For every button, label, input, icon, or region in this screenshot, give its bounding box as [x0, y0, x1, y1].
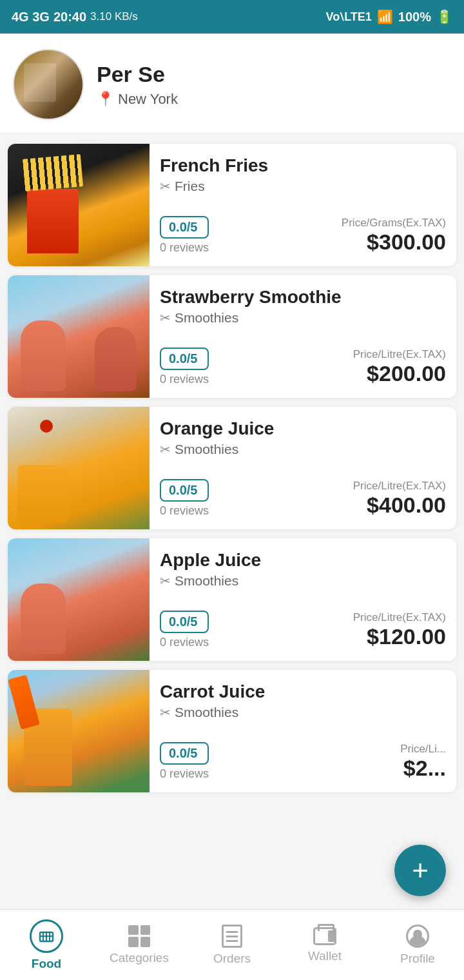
reviews-count-3: 0 reviews — [160, 504, 209, 518]
nav-item-wallet[interactable]: Wallet — [278, 922, 371, 968]
menu-item-category-5: ✂ Smoothies — [160, 705, 446, 720]
food-nav-label: Food — [32, 957, 61, 971]
status-left: 4G 3G 20:40 3.10 KB/s — [12, 10, 138, 24]
rating-badge-4: 0.0/5 — [160, 611, 209, 633]
menu-item-bottom-1: 0.0/5 0 reviews Price/Grams(Ex.TAX) $300… — [160, 216, 446, 255]
restaurant-info: Per Se 📍 New York — [97, 62, 178, 108]
menu-card-2[interactable]: Strawberry Smoothie ✂ Smoothies 0.0/5 0 … — [8, 275, 456, 398]
menu-item-image-5 — [8, 670, 150, 792]
price-value-1: $300.00 — [342, 230, 446, 255]
reviews-count-4: 0 reviews — [160, 636, 209, 649]
bottom-nav: Food Categories Orders Wallet Profile — [0, 909, 464, 980]
price-section-5: Price/Li... $2... — [400, 743, 446, 781]
reviews-count-2: 0 reviews — [160, 373, 209, 386]
status-time: 20:40 — [53, 10, 86, 24]
restaurant-avatar — [13, 49, 84, 120]
menu-item-image-4 — [8, 538, 150, 661]
menu-item-category-2: ✂ Smoothies — [160, 310, 446, 326]
battery-icon: 🔋 — [436, 9, 452, 24]
menu-item-details-3: Orange Juice ✂ Smoothies 0.0/5 0 reviews… — [150, 407, 456, 529]
menu-item-image-1 — [8, 144, 150, 266]
tag-icon-2: ✂ — [160, 310, 171, 326]
menu-card-4[interactable]: Apple Juice ✂ Smoothies 0.0/5 0 reviews … — [8, 538, 456, 661]
rating-section-2: 0.0/5 0 reviews — [160, 348, 209, 386]
price-section-3: Price/Litre(Ex.TAX) $400.00 — [353, 480, 446, 518]
price-label-1: Price/Grams(Ex.TAX) — [342, 217, 446, 230]
plus-icon: + — [412, 856, 429, 885]
restaurant-name: Per Se — [97, 62, 178, 87]
profile-icon — [406, 925, 429, 948]
categories-nav-label: Categories — [110, 951, 169, 965]
menu-list: French Fries ✂ Fries 0.0/5 0 reviews Pri… — [0, 133, 464, 803]
network-type: 4G 3G — [12, 10, 50, 24]
rating-section-1: 0.0/5 0 reviews — [160, 216, 209, 255]
orders-nav-label: Orders — [213, 952, 251, 966]
nav-item-orders[interactable]: Orders — [186, 919, 278, 971]
price-section-2: Price/Litre(Ex.TAX) $200.00 — [353, 348, 446, 386]
food-icon-circle — [30, 919, 63, 953]
menu-item-name-5: Carrot Juice — [160, 681, 446, 702]
rating-badge-2: 0.0/5 — [160, 348, 209, 370]
menu-item-bottom-4: 0.0/5 0 reviews Price/Litre(Ex.TAX) $120… — [160, 611, 446, 649]
restaurant-location: 📍 New York — [97, 91, 178, 108]
rating-badge-3: 0.0/5 — [160, 479, 209, 502]
rating-section-5: 0.0/5 0 reviews — [160, 742, 209, 781]
price-value-2: $200.00 — [353, 361, 446, 386]
rating-badge-1: 0.0/5 — [160, 216, 209, 239]
tag-icon-3: ✂ — [160, 442, 171, 457]
restaurant-header: Per Se 📍 New York — [0, 34, 464, 133]
reviews-count-5: 0 reviews — [160, 767, 209, 781]
price-value-4: $120.00 — [353, 624, 446, 649]
location-text: New York — [118, 91, 178, 108]
menu-item-image-3 — [8, 407, 150, 529]
status-bar: 4G 3G 20:40 3.10 KB/s Vo⧵LTE1 📶 100% 🔋 — [0, 0, 464, 34]
tag-icon-5: ✂ — [160, 705, 171, 720]
rating-badge-5: 0.0/5 — [160, 742, 209, 765]
wallet-icon — [313, 927, 336, 945]
price-label-3: Price/Litre(Ex.TAX) — [353, 480, 446, 493]
orders-icon — [222, 925, 242, 948]
nav-item-profile[interactable]: Profile — [371, 919, 464, 971]
food-icon — [37, 927, 55, 945]
menu-item-details-4: Apple Juice ✂ Smoothies 0.0/5 0 reviews … — [150, 538, 456, 661]
category-text-2: Smoothies — [175, 310, 238, 326]
menu-item-name-4: Apple Juice — [160, 550, 446, 571]
tag-icon-1: ✂ — [160, 179, 171, 194]
rating-section-3: 0.0/5 0 reviews — [160, 479, 209, 518]
category-text-5: Smoothies — [175, 705, 238, 720]
menu-card-1[interactable]: French Fries ✂ Fries 0.0/5 0 reviews Pri… — [8, 144, 456, 266]
price-value-5: $2... — [400, 756, 446, 781]
menu-card-5[interactable]: Carrot Juice ✂ Smoothies 0.0/5 0 reviews… — [8, 670, 456, 792]
price-label-2: Price/Litre(Ex.TAX) — [353, 348, 446, 361]
nav-item-categories[interactable]: Categories — [93, 920, 186, 970]
price-section-4: Price/Litre(Ex.TAX) $120.00 — [353, 611, 446, 649]
categories-icon — [128, 925, 150, 947]
avatar-image — [14, 50, 82, 119]
profile-nav-label: Profile — [400, 952, 435, 966]
menu-item-details-2: Strawberry Smoothie ✂ Smoothies 0.0/5 0 … — [150, 275, 456, 398]
menu-item-details-5: Carrot Juice ✂ Smoothies 0.0/5 0 reviews… — [150, 670, 456, 792]
menu-item-name-2: Strawberry Smoothie — [160, 287, 446, 308]
category-text-3: Smoothies — [175, 442, 238, 457]
reviews-count-1: 0 reviews — [160, 241, 209, 255]
status-right: Vo⧵LTE1 📶 100% 🔋 — [326, 9, 453, 24]
price-label-4: Price/Litre(Ex.TAX) — [353, 611, 446, 624]
menu-item-name-1: French Fries — [160, 155, 446, 176]
network-lte: Vo⧵LTE1 — [326, 10, 372, 24]
menu-card-3[interactable]: Orange Juice ✂ Smoothies 0.0/5 0 reviews… — [8, 407, 456, 529]
price-label-5: Price/Li... — [400, 743, 446, 756]
category-text-1: Fries — [175, 179, 205, 194]
wallet-nav-label: Wallet — [308, 949, 342, 963]
data-speed: 3.10 KB/s — [90, 10, 138, 23]
menu-item-name-3: Orange Juice — [160, 418, 446, 439]
menu-item-category-3: ✂ Smoothies — [160, 442, 446, 457]
battery-text: 100% — [398, 10, 431, 24]
rating-section-4: 0.0/5 0 reviews — [160, 611, 209, 649]
price-value-3: $400.00 — [353, 493, 446, 518]
add-to-cart-fab[interactable]: + — [394, 845, 446, 896]
menu-item-bottom-5: 0.0/5 0 reviews Price/Li... $2... — [160, 742, 446, 781]
price-section-1: Price/Grams(Ex.TAX) $300.00 — [342, 217, 446, 255]
nav-item-food[interactable]: Food — [0, 914, 93, 976]
menu-item-category-4: ✂ Smoothies — [160, 573, 446, 589]
menu-item-image-2 — [8, 275, 150, 398]
